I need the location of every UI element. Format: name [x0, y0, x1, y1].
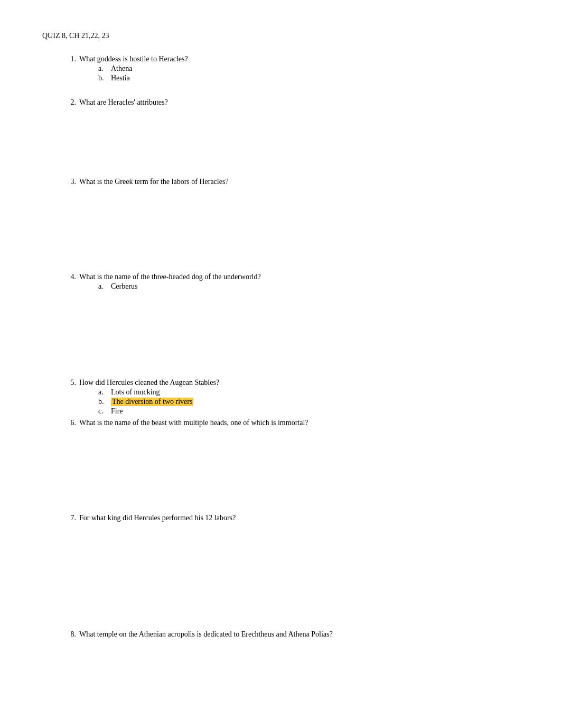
question-number-5: 5. [63, 379, 76, 417]
sub-text-1b: Hestia [111, 74, 130, 82]
question-number-3: 3. [63, 178, 76, 186]
spacer-after-4 [42, 294, 519, 379]
question-number-4: 4. [63, 273, 76, 292]
sub-letter-1b: b. [98, 74, 107, 82]
sub-item-1a: a. Athena [98, 64, 519, 73]
question-block-1: 1. What goddess is hostile to Heracles? … [63, 55, 519, 84]
sub-text-4a: Cerberus [111, 282, 138, 291]
question-number-8: 8. [63, 630, 76, 639]
sub-text-5b: The diversion of two rivers [111, 398, 193, 406]
question-text-5: How did Hercules cleaned the Augean Stab… [79, 379, 519, 387]
question-number-1: 1. [63, 55, 76, 84]
question-block-5: 5. How did Hercules cleaned the Augean S… [63, 379, 519, 417]
question-block-4: 4. What is the name of the three-headed … [63, 273, 519, 292]
question-block-7: 7. For what king did Hercules performed … [63, 514, 519, 522]
question-block-3: 3. What is the Greek term for the labors… [63, 178, 519, 186]
question-text-6: What is the name of the beast with multi… [79, 419, 519, 427]
spacer-after-3 [42, 188, 519, 273]
sub-list-5: a. Lots of mucking b. The diversion of t… [79, 388, 519, 416]
question-block-8: 8. What temple on the Athenian acropolis… [63, 630, 519, 639]
question-text-2: What are Heracles' attributes? [79, 98, 519, 107]
page-title: QUIZ 8, CH 21,22, 23 [42, 32, 519, 40]
question-block-2: 2. What are Heracles' attributes? [63, 98, 519, 107]
sub-letter-5c: c. [98, 407, 107, 416]
question-content-5: How did Hercules cleaned the Augean Stab… [79, 379, 519, 417]
question-content-2: What are Heracles' attributes? [79, 98, 519, 107]
sub-letter-1a: a. [98, 64, 107, 73]
sub-item-5b: b. The diversion of two rivers [98, 398, 519, 406]
question-text-7: For what king did Hercules performed his… [79, 514, 519, 522]
sub-letter-5b: b. [98, 398, 107, 406]
question-content-3: What is the Greek term for the labors of… [79, 178, 519, 186]
sub-item-4a: a. Cerberus [98, 282, 519, 291]
question-block-6: 6. What is the name of the beast with mu… [63, 419, 519, 427]
sub-item-1b: b. Hestia [98, 74, 519, 82]
question-content-8: What temple on the Athenian acropolis is… [79, 630, 519, 639]
sub-item-5c: c. Fire [98, 407, 519, 416]
sub-item-5a: a. Lots of mucking [98, 388, 519, 397]
question-content-6: What is the name of the beast with multi… [79, 419, 519, 427]
question-text-3: What is the Greek term for the labors of… [79, 178, 519, 186]
spacer-after-2 [42, 109, 519, 178]
sub-letter-5a: a. [98, 388, 107, 397]
spacer-after-1 [42, 86, 519, 98]
question-number-7: 7. [63, 514, 76, 522]
spacer-after-7 [42, 524, 519, 630]
question-number-6: 6. [63, 419, 76, 427]
sub-letter-4a: a. [98, 282, 107, 291]
question-content-7: For what king did Hercules performed his… [79, 514, 519, 522]
sub-text-5c: Fire [111, 407, 123, 416]
question-text-1: What goddess is hostile to Heracles? [79, 55, 519, 63]
questions-container: 1. What goddess is hostile to Heracles? … [42, 55, 519, 639]
spacer-after-6 [42, 429, 519, 514]
question-number-2: 2. [63, 98, 76, 107]
sub-list-4: a. Cerberus [79, 282, 519, 291]
question-content-1: What goddess is hostile to Heracles? a. … [79, 55, 519, 84]
sub-text-5a: Lots of mucking [111, 388, 160, 397]
question-content-4: What is the name of the three-headed dog… [79, 273, 519, 292]
question-text-4: What is the name of the three-headed dog… [79, 273, 519, 281]
question-text-8: What temple on the Athenian acropolis is… [79, 630, 519, 639]
sub-list-1: a. Athena b. Hestia [79, 64, 519, 82]
sub-text-1a: Athena [111, 64, 132, 73]
